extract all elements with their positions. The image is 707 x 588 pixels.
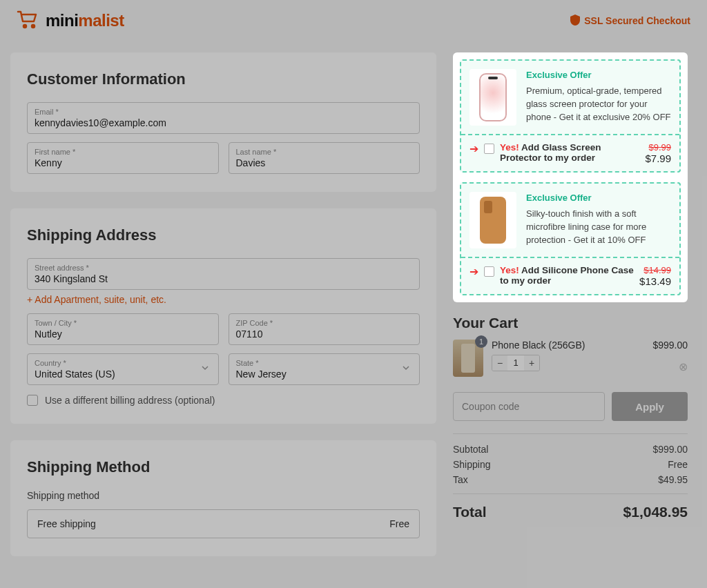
cart-item: 1 Phone Black (256GB) − 1 + $999.00 ⊗ <box>453 340 688 377</box>
bump-cta-text[interactable]: Yes! Add Silicone Phone Case to my order <box>500 265 634 286</box>
bump-prices: $9.99 $7.99 <box>645 142 671 164</box>
method-heading: Shipping Method <box>27 458 420 476</box>
email-field[interactable]: Email * kennydavies10@example.com <box>27 102 420 134</box>
checkbox-icon[interactable] <box>27 395 38 406</box>
bump-image <box>469 69 516 126</box>
last-name-field[interactable]: Last name * Davies <box>229 142 420 174</box>
qty-badge: 1 <box>475 335 487 348</box>
method-label: Shipping method <box>27 490 420 501</box>
cart-item-name: Phone Black (256GB) <box>492 340 644 351</box>
bump-cta-text[interactable]: Yes! Add Glass Screen Protector to my or… <box>500 142 639 163</box>
qty-plus-button[interactable]: + <box>524 355 539 371</box>
bump-prices: $14.99 $13.49 <box>639 265 671 287</box>
ssl-badge: SSL Secured Checkout <box>570 14 690 28</box>
shield-icon <box>570 14 580 28</box>
bump-title: Exclusive Offer <box>526 69 671 82</box>
apply-button[interactable]: Apply <box>612 392 688 421</box>
qty-minus-button[interactable]: − <box>492 355 507 371</box>
remove-item-icon[interactable]: ⊗ <box>679 360 688 373</box>
shipping-method-card: Shipping Method Shipping method Free shi… <box>10 440 436 556</box>
qty-value: 1 <box>507 355 524 371</box>
first-name-field[interactable]: First name * Kenny <box>27 142 219 174</box>
town-field[interactable]: Town / City * Nutley <box>27 313 219 345</box>
bump-image <box>469 192 516 248</box>
bump-desc: Premium, optical-grade, tempered glass s… <box>526 86 671 122</box>
quantity-stepper: − 1 + <box>492 355 540 371</box>
arrow-right-icon: ➔ <box>469 144 478 155</box>
cart-heading: Your Cart <box>453 315 688 331</box>
bump-checkbox[interactable] <box>484 144 494 154</box>
total-label: Total <box>453 504 487 520</box>
zip-field[interactable]: ZIP Code * 07110 <box>229 313 420 345</box>
arrow-right-icon: ➔ <box>469 266 478 277</box>
customer-info-card: Customer Information Email * kennydavies… <box>10 52 436 192</box>
shipping-option[interactable]: Free shipping Free <box>27 509 420 538</box>
coupon-input[interactable]: Coupon code <box>453 392 605 421</box>
svg-point-0 <box>23 25 26 28</box>
bump-desc: Silky-touch finish with a soft microfibr… <box>526 208 646 245</box>
diff-billing-row[interactable]: Use a different billing address (optiona… <box>27 395 420 406</box>
street-field[interactable]: Street address * 340 Kingsland St <box>27 258 420 290</box>
order-bumps: Exclusive Offer Premium, optical-grade, … <box>453 52 688 302</box>
order-bump: Exclusive Offer Premium, optical-grade, … <box>460 59 681 173</box>
header: minimalist SSL Secured Checkout <box>0 0 707 39</box>
cart-icon <box>17 10 40 32</box>
total-value: $1,048.95 <box>623 504 688 520</box>
shipping-heading: Shipping Address <box>27 226 420 244</box>
country-select[interactable]: Country * United States (US) <box>27 353 219 385</box>
logo[interactable]: minimalist <box>17 10 124 32</box>
bump-title: Exclusive Offer <box>526 192 671 205</box>
cart-thumb: 1 <box>453 340 483 377</box>
add-apartment-link[interactable]: + Add Apartment, suite, unit, etc. <box>27 294 420 305</box>
shipping-address-card: Shipping Address Street address * 340 Ki… <box>10 208 436 424</box>
logo-text: minimalist <box>46 11 124 30</box>
svg-point-1 <box>32 25 35 28</box>
customer-heading: Customer Information <box>27 70 420 88</box>
totals: Subtotal$999.00 ShippingFree Tax$49.95 T… <box>453 433 688 520</box>
cart-item-price: $999.00 <box>652 340 688 351</box>
bump-checkbox[interactable] <box>484 266 494 277</box>
order-bump: Exclusive Offer Silky-touch finish with … <box>460 182 681 295</box>
state-select[interactable]: State * New Jersey <box>229 353 420 385</box>
